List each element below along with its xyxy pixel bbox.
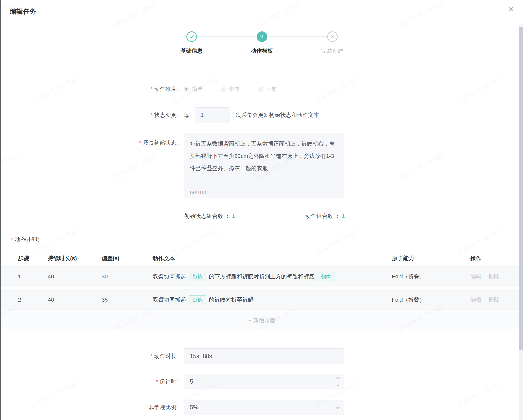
initial-state-label: 场景初始状态: [1,133,178,147]
operations-cell: 编辑删除 [470,273,516,280]
edit-task-dialog: ((current_time))((current_time))((curren… [0,0,523,420]
delete-link[interactable]: 删除 [489,296,500,304]
action-duration-row: 动作时长: [1,348,523,364]
add-step-button[interactable]: + 新增步骤 [248,317,275,324]
table-row: 14030双臂协同抓起短裤的下方裤腿和裤腰对折到上方的裤腿和裤腰朝向Fold（折… [1,265,523,287]
step-active-circle: 2 [257,31,267,42]
radio-option-hard[interactable]: 困难 [258,85,277,93]
initial-state-textarea-wrap: 短裤五条数据背面朝上，五条数据正面朝上，裤腰朝右，离头部视野下方至少20cm之外… [184,133,344,199]
tag-chip: 短裤 [189,272,206,281]
countdown-row: 倒计时: [1,374,523,389]
atomic-ability-cell: Fold（折叠） [392,273,470,280]
countdown-input[interactable] [184,374,344,389]
stepper-step-basic-info: 基础信息 [186,31,197,42]
stepper-connector [267,36,327,37]
stepper-step-action-template: 2 动作模板 [257,31,267,42]
combo-label: 初始状态组合数 ： [184,213,230,219]
edit-link[interactable]: 编辑 [470,273,481,280]
combo-label: 动作组合数 ： [305,213,340,219]
step-cell: 2 [18,297,48,303]
step-label: 基础信息 [180,47,203,55]
step-pending-circle: 3 [327,31,338,42]
header-action-text: 动作文本 [153,255,392,262]
combo-value: 1 [342,213,345,219]
duration-cell: 40 [48,297,102,303]
action-duration-input[interactable] [184,348,344,364]
deviation-cell: 35 [102,297,153,303]
state-change-row: 状态变更: 每 次采集会更新初始状态和动作文本 [1,107,523,123]
radio-unselected-icon [221,87,226,92]
action-steps-table: 步骤 持续时长(s) 偏差(s) 动作文本 原子能力 操作 14030双臂协同抓… [1,251,523,329]
header-atomic-ability: 原子能力 [392,255,470,262]
state-change-label: 状态变更: [1,111,178,119]
scrollbar-track[interactable] [519,24,523,420]
spinner-increase-button[interactable] [332,374,344,382]
difficulty-row: 动作难度: 简单 中等 困难 [1,85,523,93]
char-counter: 69/100 [190,189,206,195]
combo-value: 1 [232,213,235,219]
dialog-header: 编辑任务 × [1,0,523,23]
action-text-segment: 双臂协同抓起 [153,296,186,304]
state-change-input[interactable] [195,107,230,123]
deviation-cell: 30 [102,273,153,280]
state-change-control: 每 次采集会更新初始状态和动作文本 [184,107,319,123]
chevron-up-icon [336,376,340,380]
step-done-circle [186,31,197,42]
difficulty-label: 动作难度: [1,85,178,93]
step-label: 动作模板 [251,47,273,55]
radio-label: 困难 [266,85,277,93]
action-text-cell: 双臂协同抓起短裤的下方裤腿和裤腰对折到上方的裤腿和裤腰朝向 [153,272,392,281]
stepper-connector [197,36,257,37]
add-step-row: + 新增步骤 [1,312,523,329]
countdown-wrap [184,374,344,389]
unusual-ratio-select[interactable] [184,400,344,415]
combo-counts-row: 初始状态组合数 ：1 动作组合数 ：1 [184,212,345,220]
unusual-ratio-row: 非常规比例: [1,400,523,415]
radio-label: 中等 [229,85,240,93]
header-duration: 持续时长(s) [48,255,102,262]
unusual-ratio-label: 非常规比例: [1,404,178,411]
difficulty-radio-group: 简单 中等 困难 [184,85,277,93]
operations-cell: 编辑删除 [470,296,516,304]
check-icon [189,34,195,40]
table-header-row: 步骤 持续时长(s) 偏差(s) 动作文本 原子能力 操作 [1,251,523,265]
action-duration-wrap [184,348,344,364]
close-icon[interactable]: × [508,4,514,15]
action-combo-count: 动作组合数 ：1 [305,212,345,220]
delete-link[interactable]: 删除 [489,273,500,280]
spinner-decrease-button[interactable] [332,382,344,389]
stepper-step-finish: 3 完成创建 [327,31,338,42]
tag-chip: 短裤 [189,295,206,304]
radio-option-easy[interactable]: 简单 [184,85,203,93]
radio-option-medium[interactable]: 中等 [221,85,240,93]
action-text-segment: 的裤腰对折至裤腿 [209,296,253,304]
step-label: 完成创建 [321,47,344,55]
table-body: 14030双臂协同抓起短裤的下方裤腿和裤腰对折到上方的裤腿和裤腰朝向Fold（折… [1,265,523,311]
step-cell: 1 [18,273,48,280]
chevron-down-icon [336,383,340,387]
action-text-segment: 的下方裤腿和裤腰对折到上方的裤腿和裤腰 [209,272,315,281]
state-change-suffix: 次采集会更新初始状态和动作文本 [236,111,319,119]
countdown-label: 倒计时: [1,378,178,385]
header-operations: 操作 [470,255,516,262]
radio-selected-icon [184,87,189,92]
initial-state-combo-count: 初始状态组合数 ：1 [184,212,235,220]
table-row: 24035双臂协同抓起短裤的裤腰对折至裤腿Fold（折叠）编辑删除 [1,289,523,311]
action-text-cell: 双臂协同抓起短裤的裤腰对折至裤腿 [153,295,392,304]
dialog-title: 编辑任务 [10,7,36,16]
radio-unselected-icon [258,87,263,92]
scrollbar-thumb[interactable] [519,27,523,350]
radio-label: 简单 [192,85,203,93]
header-step: 步骤 [18,255,48,262]
edit-link[interactable]: 编辑 [470,296,481,304]
header-deviation: 偏差(s) [102,255,153,262]
action-duration-label: 动作时长: [1,352,178,360]
duration-cell: 40 [48,273,102,280]
initial-state-textarea[interactable]: 短裤五条数据背面朝上，五条数据正面朝上，裤腰朝右，离头部视野下方至少20cm之外… [184,133,344,198]
action-text-segment: 双臂协同抓起 [153,272,186,281]
tag-chip: 朝向 [317,272,335,281]
stepper: 基础信息 2 动作模板 3 完成创建 [1,31,523,58]
atomic-ability-cell: Fold（折叠） [392,296,470,304]
unusual-ratio-value[interactable] [184,400,344,415]
action-steps-title: 动作步骤: [11,236,523,244]
